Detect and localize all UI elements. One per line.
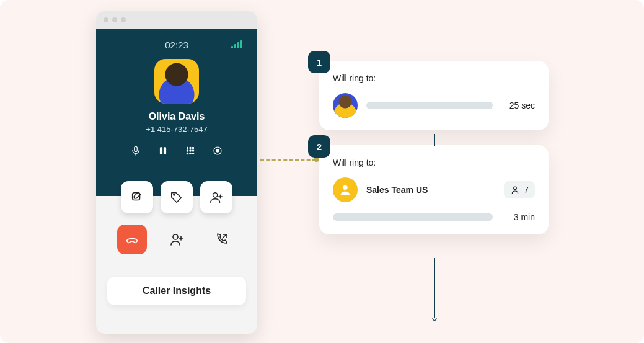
transfer-button[interactable]: [206, 225, 236, 254]
team-count-value: 7: [524, 185, 529, 195]
svg-point-17: [213, 193, 218, 197]
ring-flow: 1 Will ring to: 25 sec 2 Will ring to: S…: [319, 61, 549, 249]
window-max-dot[interactable]: [121, 17, 126, 22]
svg-point-5: [190, 147, 191, 148]
step-number-badge: 2: [308, 135, 330, 158]
agent-avatar: [333, 93, 358, 118]
add-participant-button[interactable]: [162, 225, 192, 254]
active-call-panel: 02:23 Olivia Davis +1 415-732-7547: [96, 29, 257, 196]
svg-point-7: [187, 150, 188, 151]
call-timer: 02:23: [165, 40, 188, 50]
svg-point-6: [192, 147, 193, 148]
svg-point-23: [343, 185, 347, 190]
svg-point-4: [187, 147, 188, 148]
svg-point-11: [190, 153, 191, 154]
team-member-count: 7: [504, 181, 535, 198]
tag-button[interactable]: [161, 181, 193, 213]
svg-point-16: [174, 194, 175, 195]
window-close-dot[interactable]: [104, 17, 108, 22]
step-title: Will ring to:: [333, 158, 535, 167]
softphone-window: 02:23 Olivia Davis +1 415-732-7547: [96, 11, 257, 334]
svg-point-24: [514, 187, 517, 190]
window-titlebar: [96, 11, 257, 29]
connector-dashed: [260, 159, 316, 161]
flow-arrow-icon: [430, 315, 439, 326]
dialpad-button[interactable]: [185, 145, 196, 159]
add-contact-button[interactable]: [200, 181, 232, 213]
svg-point-14: [216, 149, 219, 152]
svg-rect-2: [161, 148, 162, 154]
mute-button[interactable]: [130, 145, 141, 159]
caller-avatar: [154, 59, 199, 104]
agent-name-placeholder: [366, 102, 493, 109]
svg-point-9: [192, 150, 193, 151]
ring-step-1: 1 Will ring to: 25 sec: [319, 61, 549, 130]
flow-connector: [434, 258, 435, 318]
hangup-button[interactable]: [117, 225, 147, 254]
ring-duration: 25 sec: [501, 100, 535, 110]
caller-name: Olivia Davis: [107, 111, 246, 122]
svg-rect-3: [164, 148, 166, 154]
window-min-dot[interactable]: [112, 17, 117, 22]
team-name: Sales Team US: [366, 185, 495, 195]
flow-connector: [434, 134, 435, 146]
ring-duration: 3 min: [501, 212, 535, 222]
step-number-badge: 1: [308, 51, 330, 73]
record-button[interactable]: [212, 145, 223, 159]
svg-rect-0: [135, 146, 138, 151]
hold-button[interactable]: [157, 145, 169, 159]
svg-point-20: [173, 234, 178, 239]
step-title: Will ring to:: [333, 73, 535, 83]
ring-step-2: 2 Will ring to: Sales Team US 7 3 min: [319, 145, 549, 234]
svg-point-8: [190, 150, 191, 151]
team-avatar-icon: [333, 177, 358, 202]
caller-insights-label: Caller Insights: [143, 285, 211, 296]
caller-insights-button[interactable]: Caller Insights: [107, 277, 246, 305]
svg-point-10: [187, 153, 188, 154]
svg-point-12: [192, 153, 193, 154]
signal-strength-icon: [231, 40, 242, 48]
caller-number: +1 415-732-7547: [107, 125, 246, 134]
note-button[interactable]: [121, 181, 153, 213]
team-placeholder-bar: [333, 213, 493, 221]
